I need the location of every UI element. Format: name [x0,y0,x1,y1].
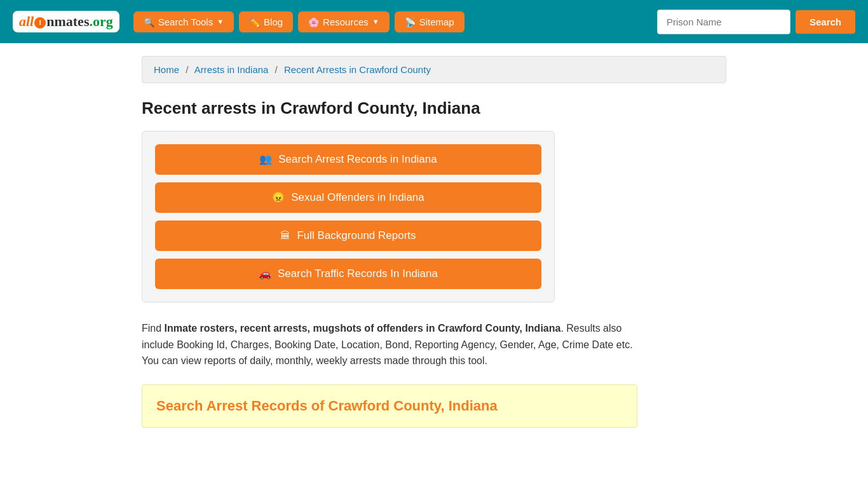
car-icon [259,268,271,280]
description-text: Find Inmate rosters, recent arrests, mug… [142,320,637,369]
resources-button[interactable]: Resources ▼ [298,11,390,32]
prison-search-button[interactable]: Search [796,10,855,34]
resources-icon [308,17,319,27]
breadcrumb: Home / Arrests in Indiana / Recent Arres… [142,56,726,83]
header-search: Search [657,10,855,34]
prison-search-input[interactable] [657,10,790,34]
site-logo[interactable]: allInmates.org [13,11,119,32]
dropdown-arrow: ▼ [217,18,224,25]
breadcrumb-arrests-indiana[interactable]: Arrests in Indiana [194,64,269,75]
sitemap-button[interactable]: Sitemap [395,11,465,32]
dropdown-arrow-resources: ▼ [372,18,379,25]
breadcrumb-home[interactable]: Home [154,64,179,75]
blog-icon [249,17,260,27]
search-records-box: Search Arrest Records of Crawford County… [142,384,637,428]
tools-box: Search Arrest Records in Indiana Sexual … [142,131,555,302]
search-icon [144,17,154,27]
page-title: Recent arrests in Crawford County, India… [142,98,726,118]
breadcrumb-current: Recent Arrests in Crawford County [284,64,431,75]
sitemap-icon [405,17,416,27]
main-content: Home / Arrests in Indiana / Recent Arres… [129,43,739,453]
site-header: allInmates.org Search Tools ▼ Blog Resou… [0,0,868,43]
main-nav: Search Tools ▼ Blog Resources ▼ Sitemap [133,11,649,32]
users-icon [259,153,272,166]
search-records-title: Search Arrest Records of Crawford County… [156,398,623,414]
search-arrest-records-button[interactable]: Search Arrest Records in Indiana [155,144,541,175]
background-reports-button[interactable]: Full Background Reports [155,220,541,251]
building-icon [280,229,290,242]
search-tools-button[interactable]: Search Tools ▼ [133,11,234,32]
blog-button[interactable]: Blog [239,11,293,32]
sexual-offenders-button[interactable]: Sexual Offenders in Indiana [155,182,541,213]
offender-icon [272,191,285,204]
traffic-records-button[interactable]: Search Traffic Records In Indiana [155,259,541,289]
